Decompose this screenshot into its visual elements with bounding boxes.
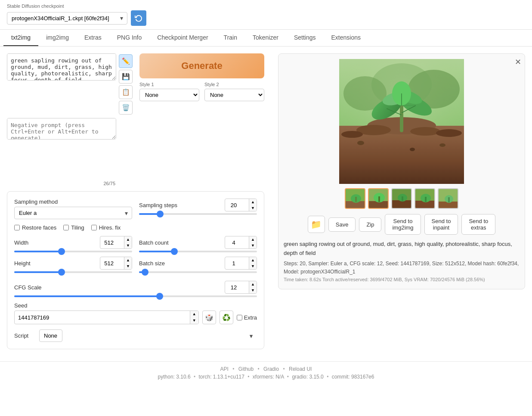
tab-txt2img[interactable]: txt2img [3, 30, 38, 46]
folder-button[interactable]: 📁 [308, 216, 325, 233]
restore-faces-input[interactable] [14, 225, 20, 230]
thumbnail-2[interactable] [368, 188, 389, 209]
tab-train[interactable]: Train [216, 30, 245, 46]
paste-style-btn[interactable]: 📋 [119, 85, 133, 99]
github-link[interactable]: Github [238, 366, 254, 372]
hires-fix-input[interactable] [91, 225, 97, 230]
thumbnail-4[interactable] [414, 188, 435, 209]
save-button[interactable]: Save [328, 217, 356, 232]
cfg-input[interactable] [225, 283, 249, 292]
sampling-method-select[interactable]: Euler a [14, 207, 132, 219]
restore-faces-checkbox[interactable]: Restore faces [14, 224, 56, 231]
cfg-thumb[interactable] [156, 293, 163, 300]
batch-size-spinners: ▲ ▼ [249, 257, 257, 269]
checkpoint-select[interactable]: protogenX34OfficialR_1.ckpt [60fe2f34] [7, 12, 127, 25]
refresh-button[interactable] [131, 10, 146, 26]
zip-button[interactable]: Zip [359, 217, 381, 232]
seed-input[interactable] [15, 312, 190, 323]
steps-input[interactable] [225, 200, 249, 210]
tab-checkpoint-merger[interactable]: Checkpoint Merger [149, 30, 216, 46]
height-slider[interactable] [14, 271, 132, 273]
batch-size-row: Batch size ▲ ▼ [139, 257, 257, 273]
batch-count-spinners: ▲ ▼ [249, 236, 257, 248]
batch-count-header: Batch count ▲ ▼ [139, 236, 257, 249]
tab-settings[interactable]: Settings [286, 30, 324, 46]
send-extras-button[interactable]: Send to extras [461, 214, 495, 235]
tab-extensions[interactable]: Extensions [324, 30, 368, 46]
extra-checkbox[interactable] [237, 315, 242, 320]
steps-up[interactable]: ▲ [249, 199, 257, 205]
tiling-input[interactable] [63, 225, 69, 230]
sampling-row: Sampling method Euler a ▾ Sampling steps… [14, 199, 257, 219]
cfg-label: CFG Scale [14, 284, 42, 291]
steps-thumb[interactable] [157, 211, 164, 217]
recycle-button[interactable]: ♻️ [220, 310, 233, 324]
seed-up[interactable]: ▲ [190, 311, 198, 317]
style1-label: Style 1 [139, 82, 199, 87]
cfg-slider[interactable] [14, 295, 257, 297]
generate-button[interactable]: Generate [139, 53, 264, 78]
extra-label[interactable]: Extra [237, 314, 257, 321]
tab-png-info[interactable]: PNG Info [109, 30, 150, 46]
dice-button[interactable]: 🎲 [202, 310, 216, 324]
width-input[interactable] [100, 238, 124, 248]
tab-img2img[interactable]: img2img [38, 30, 77, 46]
cfg-down[interactable]: ▼ [249, 287, 257, 293]
thumbnail-5[interactable] [438, 188, 458, 209]
top-bar: Stable Diffusion checkpoint protogenX34O… [0, 0, 532, 30]
script-select[interactable]: None [39, 329, 62, 342]
svg-rect-35 [392, 200, 412, 209]
tab-extras[interactable]: Extras [77, 30, 109, 46]
height-down[interactable]: ▼ [124, 263, 132, 269]
close-button[interactable]: ✕ [515, 57, 521, 67]
api-link[interactable]: API [220, 366, 229, 372]
batch-size-slider[interactable] [139, 271, 257, 273]
height-up[interactable]: ▲ [124, 257, 132, 263]
hires-fix-checkbox[interactable]: Hires. fix [91, 224, 121, 231]
batch-size-input[interactable] [225, 258, 249, 268]
edit-icon-btn[interactable]: ✏️ [119, 54, 133, 68]
steps-slider[interactable] [139, 213, 257, 215]
svg-rect-41 [425, 197, 427, 202]
negative-prompt-input[interactable] [7, 118, 116, 140]
height-thumb[interactable] [58, 269, 65, 276]
thumbnail-3[interactable] [391, 188, 412, 209]
width-down[interactable]: ▼ [124, 242, 132, 248]
batch-count-slider[interactable] [139, 251, 257, 252]
cfg-header: CFG Scale ▲ ▼ [14, 281, 257, 294]
thumbnail-1[interactable] [345, 188, 365, 209]
reload-link[interactable]: Reload UI [289, 366, 312, 372]
batch-count-down[interactable]: ▼ [249, 242, 257, 248]
cfg-fill [14, 295, 160, 297]
batch-count-thumb[interactable] [171, 248, 178, 255]
batch-count-input[interactable] [225, 238, 249, 248]
height-input[interactable] [100, 258, 124, 268]
width-up[interactable]: ▲ [124, 236, 132, 242]
commit-ver: commit: 983167e6 [332, 374, 374, 380]
trash-btn[interactable]: 🗑️ [119, 101, 133, 115]
right-col-params: Batch count ▲ ▼ [139, 236, 257, 276]
two-col-params: Width ▲ ▼ [14, 236, 257, 276]
steps-down[interactable]: ▼ [249, 205, 257, 211]
batch-size-thumb[interactable] [142, 269, 148, 276]
send-img2img-button[interactable]: Send to img2img [385, 214, 421, 235]
style2-group: Style 2 NoneStyle 1Style 2 [204, 82, 264, 101]
gradio-link[interactable]: Gradio [263, 366, 279, 372]
seed-down[interactable]: ▼ [190, 317, 198, 324]
send-inpaint-button[interactable]: Send to inpaint [424, 214, 458, 235]
style1-group: Style 1 NoneStyle 1Style 2 [139, 82, 199, 101]
gradio-ver: gradio: 3.15.0 [292, 374, 323, 380]
batch-size-up[interactable]: ▲ [249, 257, 257, 263]
cfg-up[interactable]: ▲ [249, 281, 257, 287]
save-style-btn[interactable]: 💾 [119, 70, 133, 84]
positive-prompt-input[interactable]: green sapling rowing out of ground, mud,… [7, 53, 116, 81]
width-slider[interactable] [14, 251, 132, 252]
tab-tokenizer[interactable]: Tokenizer [245, 30, 286, 46]
style2-select[interactable]: NoneStyle 1Style 2 [204, 89, 264, 101]
tiling-checkbox[interactable]: Tiling [63, 224, 84, 231]
width-thumb[interactable] [58, 248, 65, 255]
style1-select[interactable]: NoneStyle 1Style 2 [139, 89, 199, 101]
batch-count-up[interactable]: ▲ [249, 236, 257, 242]
width-label: Width [14, 239, 28, 246]
batch-size-down[interactable]: ▼ [249, 263, 257, 269]
